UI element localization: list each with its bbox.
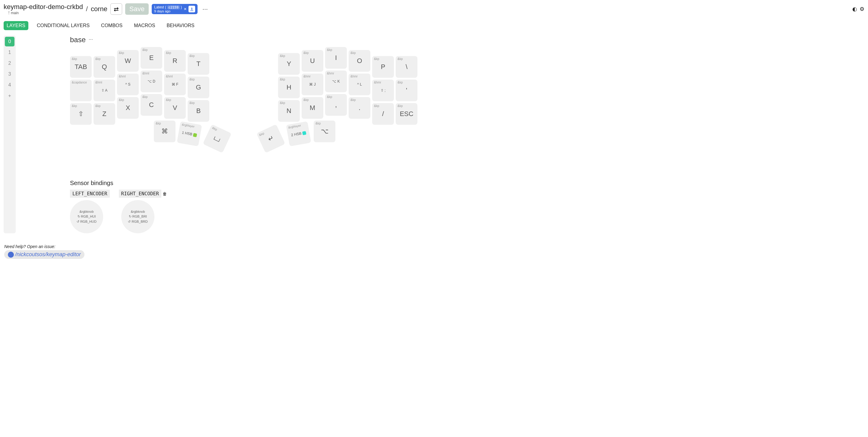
key-34[interactable]: &kpM [302, 97, 323, 119]
layer-1[interactable]: 1 [5, 47, 14, 57]
key-behavior: &kp [95, 57, 114, 61]
knob-cw: ↻ RGB_BRI [129, 214, 147, 218]
key-21[interactable]: &kpY [278, 53, 300, 75]
key-6[interactable]: &capdance [70, 79, 92, 101]
key-9[interactable]: &hml⌥ D [141, 70, 162, 92]
key-29[interactable]: &hmr⌥ K [325, 70, 347, 92]
repo-block[interactable]: keymap-editor-demo-crkbd ᛘ main [4, 3, 83, 15]
key-33[interactable]: &kpN [278, 100, 300, 122]
key-28[interactable]: &hmr⌘ J [302, 73, 323, 95]
key-37[interactable]: &kp/ [372, 103, 394, 125]
key-behavior: &kp [156, 122, 174, 125]
key-1[interactable]: &kpQ [93, 56, 115, 78]
commit-line2: 9 days ago [154, 9, 182, 13]
key-value: TAB [70, 63, 92, 71]
contrast-icon[interactable]: ◐ [852, 6, 857, 12]
layer-title[interactable]: base [70, 36, 86, 44]
key-14[interactable]: &kpX [117, 97, 139, 119]
layer-2[interactable]: 2 [5, 59, 14, 68]
key-behavior: &capdance [72, 81, 90, 84]
key-4[interactable]: &kpR [164, 50, 186, 72]
key-8[interactable]: &hml^ S [117, 73, 139, 95]
key-23[interactable]: &kpI [325, 47, 347, 69]
key-value: E [141, 54, 162, 62]
download-icon[interactable] [188, 6, 195, 12]
commit-pill[interactable]: Latest ( c2159 ) 9 days ago ✕ [152, 4, 197, 14]
layer-more-icon[interactable]: ⋯ [89, 36, 93, 42]
key-value: ⇧ [70, 110, 92, 118]
add-layer-button[interactable]: + [5, 91, 14, 101]
key-value: Y [278, 60, 300, 68]
key-25[interactable]: &kpP [372, 56, 394, 78]
left-encoder-label[interactable]: LEFT_ENCODER [70, 190, 110, 198]
key-27[interactable]: &kpH [278, 76, 300, 98]
key-24[interactable]: &kpO [349, 50, 370, 72]
key-0[interactable]: &kpTAB [70, 56, 92, 78]
gear-icon[interactable]: ⚙ [860, 6, 864, 12]
layer-0[interactable]: 0 [5, 37, 14, 46]
layer-3[interactable]: 3 [5, 69, 14, 79]
layer-4[interactable]: 4 [5, 80, 14, 90]
key-value: H [278, 83, 300, 91]
key-behavior: &rgblayer [288, 123, 306, 129]
right-encoder-label[interactable]: RIGHT_ENCODER [119, 190, 161, 198]
key-13[interactable]: &kpZ [93, 103, 115, 125]
close-icon[interactable]: ✕ [184, 7, 187, 11]
key-41[interactable]: &kp⌥ [314, 121, 335, 142]
key-behavior: &hml [95, 81, 114, 84]
key-value: / [372, 110, 394, 118]
key-20[interactable]: &kp⌴ [203, 124, 231, 153]
key-16[interactable]: &kpV [164, 97, 186, 119]
trash-icon[interactable]: 🗑 [162, 191, 167, 196]
key-value: ^ S [117, 82, 139, 87]
key-36[interactable]: &kp. [349, 97, 370, 119]
key-35[interactable]: &kp, [325, 94, 347, 116]
right-encoder-knob[interactable]: &rgbknob ↻ RGB_BRI ↺ RGB_BRD [121, 200, 154, 233]
key-behavior: &kp [189, 54, 208, 58]
key-behavior: &kp [119, 98, 137, 102]
key-value: . [349, 104, 370, 112]
key-32[interactable]: &kp' [396, 79, 417, 101]
key-5[interactable]: &kpT [188, 53, 209, 75]
tab-layers[interactable]: LAYERS [4, 21, 28, 30]
knob-behavior: &rgbknob [79, 210, 93, 213]
refresh-button[interactable]: ⇄ [111, 3, 122, 15]
key-31[interactable]: &hmr⇧ ; [372, 79, 394, 101]
key-15[interactable]: &kpC [141, 94, 162, 116]
key-behavior: &kp [72, 104, 90, 108]
key-behavior: &hml [142, 72, 160, 75]
key-22[interactable]: &kpU [302, 50, 323, 72]
key-17[interactable]: &kpB [188, 100, 209, 122]
key-2[interactable]: &kpW [117, 50, 139, 72]
key-behavior: &kp [327, 95, 345, 99]
left-encoder-knob[interactable]: &rgbknob ↻ RGB_HUI ↺ RGB_HUD [70, 200, 103, 233]
more-icon[interactable]: ⋯ [200, 6, 210, 12]
key-behavior: &kp [72, 57, 90, 61]
tab-conditional-layers[interactable]: CONDITIONAL LAYERS [34, 21, 93, 30]
key-10[interactable]: &hml⌘ F [164, 73, 186, 95]
sensors-title: Sensor bindings [70, 180, 864, 187]
tab-behaviors[interactable]: BEHAVIORS [163, 21, 197, 30]
key-26[interactable]: &kp\ [396, 56, 417, 78]
tab-macros[interactable]: MACROS [131, 21, 158, 30]
key-19[interactable]: &rgblayer1 HSB [177, 121, 202, 146]
key-value: ⌥ K [325, 79, 347, 83]
save-button[interactable]: Save [125, 3, 149, 15]
key-18[interactable]: &kp⌘ [154, 121, 176, 142]
key-39[interactable]: &kp↵ [256, 124, 285, 153]
key-38[interactable]: &kpESC [396, 103, 417, 125]
key-value: ^ L [349, 82, 370, 87]
key-12[interactable]: &kp⇧ [70, 103, 92, 125]
github-link[interactable]: /nickcoutsos/keymap-editor [4, 250, 85, 259]
tab-combos[interactable]: COMBOS [98, 21, 125, 30]
header-bar: keymap-editor-demo-crkbd ᛘ main / corne … [0, 0, 868, 18]
key-11[interactable]: &kpG [188, 76, 209, 98]
refresh-icon: ⇄ [114, 6, 119, 12]
key-40[interactable]: &rgblayer2 HSB [286, 121, 311, 146]
key-30[interactable]: &hmr^ L [349, 73, 370, 95]
keymap-name[interactable]: corne [91, 5, 107, 13]
key-value: ⌘ J [302, 82, 323, 87]
key-3[interactable]: &kpE [141, 47, 162, 69]
knob-behavior: &rgbknob [131, 210, 145, 213]
key-7[interactable]: &hml⇧ A [93, 79, 115, 101]
